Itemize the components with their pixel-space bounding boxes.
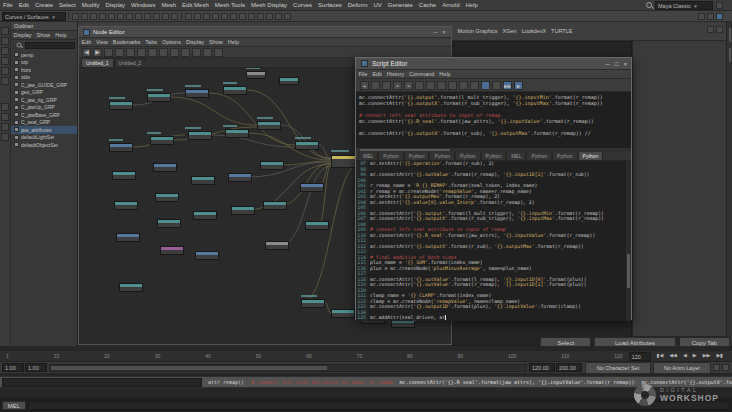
grid-icon[interactable] — [203, 48, 212, 57]
graph-node[interactable] — [331, 309, 355, 318]
snap-point-icon[interactable] — [221, 13, 228, 20]
graph-node[interactable] — [191, 176, 215, 185]
menu-item[interactable]: Edit — [16, 0, 32, 11]
snap-view-icon[interactable] — [230, 13, 237, 20]
menu-item[interactable]: Curves — [290, 0, 315, 11]
graph-node[interactable] — [150, 136, 174, 145]
layout-icon[interactable] — [148, 48, 157, 57]
play-forward-icon[interactable]: ▶ — [691, 352, 699, 361]
layout-single-icon[interactable] — [1, 103, 9, 111]
make-live-icon[interactable] — [135, 13, 142, 20]
tab-mel[interactable]: MEL — [358, 151, 378, 160]
construction-history-icon[interactable] — [144, 13, 151, 20]
new-tab-icon[interactable]: + — [360, 81, 369, 90]
menu-item[interactable]: Display — [11, 31, 34, 40]
rotate-tool-icon[interactable] — [1, 67, 9, 75]
step-forward-icon[interactable]: ▶▶ — [701, 352, 713, 361]
shelf-selector[interactable]: Curves / Surfaces ▾ — [2, 12, 66, 21]
lasso-tool-icon[interactable] — [1, 37, 9, 45]
menu-item[interactable]: Help — [53, 31, 69, 40]
echo-all-commands-icon[interactable] — [470, 81, 479, 90]
graph-node[interactable] — [193, 211, 217, 220]
current-frame-field[interactable]: 120 — [629, 352, 651, 361]
snap-grid-icon[interactable] — [203, 13, 210, 20]
script-history-pane[interactable]: mc.connectAttr('{}.output'.format(l_mult… — [356, 92, 631, 148]
tab-python[interactable]: Python — [404, 151, 430, 160]
menu-item[interactable]: File — [0, 0, 16, 11]
graph-node[interactable] — [188, 131, 212, 140]
redo-icon[interactable]: ↷ — [404, 81, 413, 90]
mel-command-input[interactable] — [28, 401, 730, 410]
tab-python[interactable]: Python — [481, 151, 507, 160]
range-max-field[interactable]: 120.00 — [529, 363, 555, 372]
copy-icon[interactable] — [426, 81, 435, 90]
graph-node[interactable] — [301, 299, 325, 308]
menu-item[interactable]: Mesh Display — [248, 0, 290, 11]
shelf-menu-icon[interactable] — [716, 26, 723, 33]
graph-node[interactable] — [109, 101, 133, 110]
graph-node[interactable] — [228, 173, 252, 182]
close-icon[interactable]: × — [440, 28, 448, 37]
snap-curve-icon[interactable] — [212, 13, 219, 20]
range-end-field[interactable]: 200.00 — [556, 363, 582, 372]
paint-select-tool-icon[interactable] — [1, 47, 9, 55]
save-script-icon[interactable] — [382, 81, 391, 90]
graph-node[interactable] — [257, 121, 281, 130]
open-script-icon[interactable] — [371, 81, 380, 90]
outliner-item[interactable]: C_seal_GRP — [11, 119, 77, 127]
render-icon[interactable] — [153, 13, 160, 20]
menu-item[interactable]: History — [384, 70, 406, 79]
render-settings-icon[interactable] — [284, 13, 291, 20]
character-set-menu[interactable]: No Character Set — [585, 362, 651, 374]
menu-item[interactable]: Help — [225, 38, 241, 47]
tab-python[interactable]: Python — [429, 151, 455, 160]
snap-center-icon[interactable] — [126, 13, 133, 20]
render-icon[interactable] — [266, 13, 273, 20]
graph-node[interactable] — [147, 93, 171, 102]
outliner-item[interactable]: C_jaw_rig_GRP — [11, 96, 77, 104]
outliner-search-icon[interactable] — [17, 43, 22, 48]
outliner-item[interactable]: geo_GRP — [11, 89, 77, 97]
menu-item[interactable]: Show — [34, 31, 53, 40]
tab-python[interactable]: Python — [552, 151, 578, 160]
node-editor-titlebar[interactable]: Node Editor ─ × — [79, 27, 451, 38]
menu-item[interactable]: Modify — [79, 0, 103, 11]
graph-node[interactable] — [246, 71, 266, 79]
sign-in-icon[interactable] — [716, 13, 723, 20]
graph-output-icon[interactable] — [115, 48, 124, 57]
undo-icon[interactable] — [185, 13, 192, 20]
outliner-item[interactable]: side — [11, 74, 77, 82]
snap-point-icon[interactable] — [108, 13, 115, 20]
menu-item[interactable]: XGen — [500, 27, 519, 36]
show-stack-trace-icon[interactable] — [492, 81, 501, 90]
tab-python[interactable]: Python — [526, 151, 552, 160]
settings-icon[interactable] — [707, 13, 714, 20]
graph-node[interactable] — [231, 206, 255, 215]
menu-item[interactable]: Command — [406, 70, 436, 79]
construction-history-icon[interactable] — [257, 13, 264, 20]
script-input-pane[interactable]: 97mc.setAttr('{}.operation'.format(r_sub… — [356, 161, 631, 321]
graph-node[interactable] — [265, 241, 289, 250]
frame-selected-icon[interactable] — [170, 48, 179, 57]
shelf-editor-icon[interactable] — [707, 26, 714, 33]
history-hscrollbar[interactable] — [356, 148, 631, 152]
graph-node[interactable] — [153, 163, 177, 172]
tab-mel[interactable]: MEL — [506, 151, 526, 160]
workspace-grid-icon[interactable] — [716, 2, 723, 9]
close-icon[interactable]: × — [623, 61, 627, 67]
pin-icon[interactable] — [192, 48, 201, 57]
execute-icon[interactable]: ▶ — [514, 81, 523, 90]
frame-all-icon[interactable] — [159, 48, 168, 57]
tab-untitled_1[interactable]: Untitled_1 — [81, 58, 114, 67]
menu-item[interactable]: Select — [56, 0, 79, 11]
snap-center-icon[interactable] — [239, 13, 246, 20]
layout-hypergraph-icon[interactable] — [1, 133, 9, 141]
go-start-icon[interactable]: ▮◀ — [655, 352, 666, 361]
search-icon[interactable] — [646, 2, 652, 8]
ipr-render-icon[interactable] — [275, 13, 282, 20]
outliner-item[interactable]: persp — [11, 51, 77, 59]
graph-node[interactable] — [109, 143, 133, 152]
redo-icon[interactable] — [81, 13, 88, 20]
history-icon[interactable] — [698, 13, 705, 20]
copy-tab-button[interactable]: Copy Tab — [679, 337, 730, 347]
